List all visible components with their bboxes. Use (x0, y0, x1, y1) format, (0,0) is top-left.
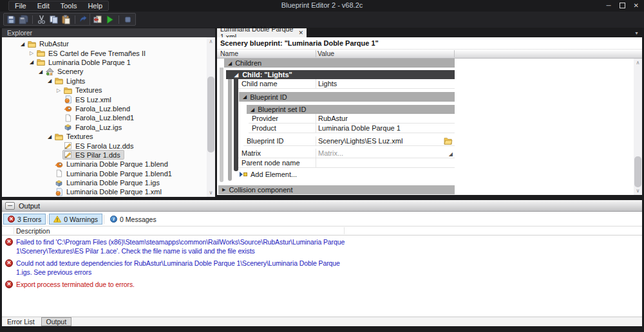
errors-filter-button[interactable]: ✕ 3 Errors (3, 214, 46, 225)
messages-filter-button[interactable]: i 0 Messages (106, 214, 161, 225)
scenery-icon (46, 68, 54, 76)
browse-folder-icon[interactable] (444, 137, 453, 146)
provider-value-field[interactable]: RubAstur (316, 114, 455, 123)
tree-item-es-pilar-1-dds[interactable]: ES Pilar 1.dds (2, 151, 207, 160)
section-collision-component[interactable]: ▶ Collision component (218, 185, 455, 194)
scroll-down-icon[interactable]: ∨ (207, 189, 215, 196)
expanded-icon[interactable]: ◢ (243, 94, 247, 100)
tree-item-content[interactable]: Lights (53, 76, 89, 86)
section-label: Blueprint set ID (258, 106, 306, 113)
error-row[interactable]: ✕Export process terminated due to errors… (2, 279, 642, 291)
tree-item-luminaria-doble-parque-1-igs[interactable]: Luminaria Doble Parque 1.igs (2, 178, 207, 187)
tree-item-content[interactable]: ES Farola Luz.dds (62, 141, 138, 151)
tree-item-content[interactable]: Textures (53, 132, 97, 142)
tree-item-es-farola-luz-dds[interactable]: ES Farola Luz.dds (2, 141, 207, 150)
tree-item-luminaria-doble-parque-1-blend[interactable]: Luminaria Doble Parque 1.blend (2, 160, 207, 169)
scroll-thumb[interactable] (634, 156, 641, 187)
tree-item-content[interactable]: Luminaria Doble Parque 1.blend (53, 160, 172, 169)
tree-expanded-icon[interactable]: ◢ (28, 59, 35, 65)
tree-expanded-icon[interactable]: ◢ (37, 69, 44, 75)
collapsed-icon[interactable]: ▶ (222, 187, 225, 192)
tree-item-content[interactable]: RubAstur (26, 39, 73, 49)
document-tab[interactable]: Luminaria Doble Parque 1.xml ✕ (217, 28, 307, 37)
copy-icon[interactable] (48, 14, 59, 24)
tree-item-farola-luz-blend1[interactable]: Farola_Luz.blend1 (2, 113, 207, 122)
tree-item-content[interactable]: Luminaria Doble Parque 1.xml (53, 187, 166, 197)
error-icon: ✕ (8, 216, 15, 223)
scroll-down-icon[interactable]: ∨ (634, 187, 642, 194)
tree-item-content[interactable]: ES Luz.xml (62, 95, 115, 104)
section-blueprint-set-id[interactable]: ◢ Blueprint set ID (247, 105, 455, 114)
tree-item-farola-luz-blend[interactable]: Farola_Luz.blend (2, 104, 207, 113)
tree-item-content[interactable]: Farola_Luz.igs (62, 122, 126, 132)
preview-icon[interactable] (104, 14, 115, 24)
tree-item-content[interactable]: Luminaria Doble Parque 1.igs (53, 178, 164, 188)
scroll-up-icon[interactable]: ∧ (207, 38, 215, 45)
parent-node-name-value-field[interactable] (316, 158, 455, 167)
expanded-icon[interactable]: ◢ (251, 107, 254, 113)
blueprint-id-value: Scenery\Lights\ES Luz.xml (318, 137, 402, 145)
tree-collapsed-icon[interactable]: ▷ (28, 50, 35, 56)
export-icon[interactable] (92, 14, 103, 24)
error-row[interactable]: ✕Failed to find 'C:\Program Files (x86)\… (2, 236, 642, 257)
tab-list-dropdown-icon[interactable]: ▼ (634, 31, 639, 35)
warnings-filter-button[interactable]: ! 0 Warnings (49, 214, 102, 225)
error-row[interactable]: ✕Could not add texture dependencies for … (2, 257, 642, 279)
child-name-value-field[interactable]: Lights (316, 79, 455, 88)
tree-item-content[interactable]: ES Cartel de Feve Tremañes II (35, 48, 149, 58)
tree-item-content[interactable]: Luminaria Doble Parque 1.blend1 (53, 169, 176, 178)
explorer-scrollbar[interactable]: ∧ ∨ (207, 37, 215, 197)
collapse-panel-icon[interactable]: ─ (5, 202, 15, 210)
tree-item-luminaria-doble-parque-1-blend1[interactable]: Luminaria Doble Parque 1.blend1 (2, 169, 207, 178)
tree-item-farola-luz-igs[interactable]: Farola_Luz.igs (2, 123, 207, 132)
column-divider[interactable] (454, 50, 455, 57)
blueprint-id-value-field[interactable]: Scenery\Lights\ES Luz.xml (316, 136, 455, 145)
paste-icon[interactable] (61, 14, 71, 24)
tree-item-rubastur[interactable]: ◢RubAstur (2, 39, 207, 48)
tree-item-content[interactable]: ES Pilar 1.dds (62, 150, 124, 160)
save-icon[interactable] (6, 14, 17, 24)
add-element-button[interactable]: Add Element... (239, 169, 455, 179)
tab-error-list[interactable]: Error List (2, 317, 40, 326)
tree-item-content[interactable]: Luminaria Doble Parque 1 (35, 57, 135, 67)
grid-scrollbar[interactable]: ∧ ∨ (634, 59, 642, 195)
tree-item-textures[interactable]: ◢Textures (2, 132, 207, 141)
tree-expanded-icon[interactable]: ◢ (46, 78, 53, 84)
tree-item-scenery[interactable]: ◢Scenery (2, 67, 207, 76)
tree-item-luminaria-doble-parque-1[interactable]: ◢Luminaria Doble Parque 1 (2, 58, 207, 67)
tree-item-luminaria-doble-parque-1-xml[interactable]: Luminaria Doble Parque 1.xml (2, 187, 207, 196)
tree-item-es-cartel-de-feve-trema-es-ii[interactable]: ▷ES Cartel de Feve Tremañes II (2, 48, 207, 57)
expand-grip-icon[interactable]: ◢ (449, 152, 453, 157)
tree-expanded-icon[interactable]: ◢ (46, 134, 53, 140)
tree-item-label: Scenery (56, 68, 84, 75)
property-name: Parent node name (238, 159, 316, 167)
tree-item-content[interactable]: Farola_Luz.blend1 (62, 113, 138, 123)
tree-item-content[interactable]: Farola_Luz.blend (62, 104, 134, 113)
tree-item-content[interactable]: Scenery (44, 67, 87, 77)
tab-close-icon[interactable]: ✕ (294, 30, 303, 36)
tree-item-content[interactable]: Textures (62, 86, 106, 95)
expanded-icon[interactable]: ◢ (234, 72, 238, 78)
scroll-up-icon[interactable]: ∧ (634, 59, 642, 66)
minimize-icon[interactable]: ─ (607, 1, 611, 10)
cut-icon[interactable] (36, 14, 47, 24)
tree-collapsed-icon[interactable]: ▷ (55, 88, 62, 93)
tree-item-es-luz-xml[interactable]: ES Luz.xml (2, 95, 207, 104)
maximize-icon[interactable] (620, 3, 625, 8)
undo-icon[interactable] (79, 14, 90, 24)
expanded-icon[interactable]: ◢ (228, 60, 232, 66)
product-value-field[interactable]: Luminaria Doble Parque 1 (316, 124, 455, 133)
section-children[interactable]: ◢ Children (224, 59, 455, 68)
tree-expanded-icon[interactable]: ◢ (19, 41, 26, 47)
save-all-icon[interactable] (18, 14, 29, 24)
section-blueprint-id[interactable]: ◢ Blueprint ID (239, 92, 455, 102)
tree-item-lights[interactable]: ◢Lights (2, 77, 207, 86)
tab-output[interactable]: Output (41, 317, 72, 326)
tree-item-textures[interactable]: ▷Textures (2, 86, 207, 95)
group-child-lights[interactable]: ◢ Child: "Lights" (226, 70, 455, 79)
scroll-thumb[interactable] (207, 77, 214, 152)
matrix-value-field[interactable]: Matrix... ◢ (316, 149, 455, 158)
column-divider[interactable] (316, 50, 316, 57)
close-icon[interactable]: ✕ (634, 1, 639, 10)
stop-icon[interactable] (122, 14, 133, 24)
